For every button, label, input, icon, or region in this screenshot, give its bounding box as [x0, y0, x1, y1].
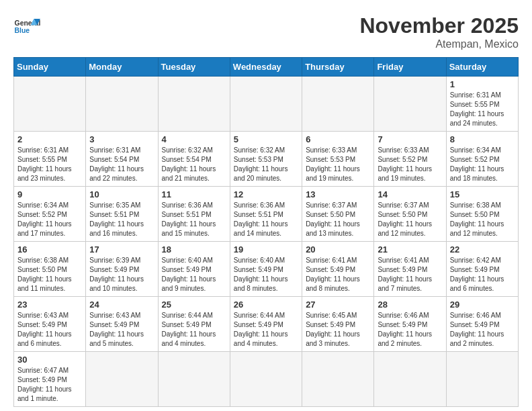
calendar-cell: [374, 352, 446, 407]
calendar-week-3: 9Sunrise: 6:34 AMSunset: 5:52 PMDaylight…: [14, 187, 519, 242]
svg-text:Blue: Blue: [15, 27, 30, 34]
day-number: 25: [162, 300, 226, 310]
day-info: Sunrise: 6:32 AMSunset: 5:53 PMDaylight:…: [234, 146, 298, 183]
day-info: Sunrise: 6:36 AMSunset: 5:51 PMDaylight:…: [162, 201, 226, 238]
calendar-cell: [302, 352, 374, 407]
day-number: 15: [450, 189, 515, 199]
calendar-cell: 19Sunrise: 6:40 AMSunset: 5:49 PMDayligh…: [230, 242, 302, 297]
calendar-cell: 2Sunrise: 6:31 AMSunset: 5:55 PMDaylight…: [14, 132, 86, 187]
day-number: 20: [306, 244, 370, 255]
calendar-week-1: 1Sunrise: 6:31 AMSunset: 5:55 PMDaylight…: [14, 77, 519, 132]
day-number: 27: [306, 300, 370, 310]
calendar-cell: [230, 352, 302, 407]
day-info: Sunrise: 6:35 AMSunset: 5:51 PMDaylight:…: [89, 201, 154, 238]
calendar-body: 1Sunrise: 6:31 AMSunset: 5:55 PMDaylight…: [14, 77, 519, 407]
calendar-cell: 21Sunrise: 6:41 AMSunset: 5:49 PMDayligh…: [374, 242, 446, 297]
day-number: 21: [378, 244, 442, 255]
day-number: 19: [234, 244, 298, 255]
calendar-cell: [230, 77, 302, 132]
calendar-cell: 11Sunrise: 6:36 AMSunset: 5:51 PMDayligh…: [158, 187, 230, 242]
calendar-cell: [86, 352, 158, 407]
weekday-header-thursday: Thursday: [302, 58, 374, 77]
day-info: Sunrise: 6:37 AMSunset: 5:50 PMDaylight:…: [378, 201, 442, 238]
day-info: Sunrise: 6:38 AMSunset: 5:50 PMDaylight:…: [450, 201, 515, 238]
calendar-cell: 24Sunrise: 6:43 AMSunset: 5:49 PMDayligh…: [86, 297, 158, 352]
day-number: 28: [378, 300, 442, 310]
day-number: 17: [89, 244, 154, 255]
calendar-cell: 28Sunrise: 6:46 AMSunset: 5:49 PMDayligh…: [374, 297, 446, 352]
calendar-cell: 4Sunrise: 6:32 AMSunset: 5:54 PMDaylight…: [158, 132, 230, 187]
day-number: 4: [162, 134, 226, 144]
calendar-cell: 9Sunrise: 6:34 AMSunset: 5:52 PMDaylight…: [14, 187, 86, 242]
day-number: 12: [234, 189, 298, 199]
day-info: Sunrise: 6:31 AMSunset: 5:54 PMDaylight:…: [89, 146, 154, 183]
day-info: Sunrise: 6:37 AMSunset: 5:50 PMDaylight:…: [306, 201, 370, 238]
logo-icon: General Blue: [13, 13, 40, 40]
calendar-cell: 27Sunrise: 6:45 AMSunset: 5:49 PMDayligh…: [302, 297, 374, 352]
day-number: 8: [450, 134, 515, 144]
calendar-cell: 23Sunrise: 6:43 AMSunset: 5:49 PMDayligh…: [14, 297, 86, 352]
calendar-cell: 30Sunrise: 6:47 AMSunset: 5:49 PMDayligh…: [14, 352, 86, 407]
day-number: 10: [89, 189, 154, 199]
day-number: 6: [306, 134, 370, 144]
day-number: 11: [162, 189, 226, 199]
day-info: Sunrise: 6:33 AMSunset: 5:52 PMDaylight:…: [378, 146, 442, 183]
location: Atempan, Mexico: [359, 38, 519, 50]
day-info: Sunrise: 6:38 AMSunset: 5:50 PMDaylight:…: [17, 256, 82, 293]
day-info: Sunrise: 6:36 AMSunset: 5:51 PMDaylight:…: [234, 201, 298, 238]
day-number: 1: [450, 79, 515, 89]
day-info: Sunrise: 6:43 AMSunset: 5:49 PMDaylight:…: [17, 311, 82, 349]
day-number: 23: [17, 300, 82, 310]
day-info: Sunrise: 6:45 AMSunset: 5:49 PMDaylight:…: [306, 311, 370, 349]
day-number: 30: [17, 355, 82, 365]
calendar-cell: 6Sunrise: 6:33 AMSunset: 5:53 PMDaylight…: [302, 132, 374, 187]
calendar-cell: 15Sunrise: 6:38 AMSunset: 5:50 PMDayligh…: [446, 187, 518, 242]
calendar-cell: 7Sunrise: 6:33 AMSunset: 5:52 PMDaylight…: [374, 132, 446, 187]
day-info: Sunrise: 6:39 AMSunset: 5:49 PMDaylight:…: [89, 256, 154, 293]
day-number: 2: [17, 134, 82, 144]
calendar-cell: [14, 77, 86, 132]
day-number: 26: [234, 300, 298, 310]
day-info: Sunrise: 6:43 AMSunset: 5:49 PMDaylight:…: [89, 311, 154, 349]
day-info: Sunrise: 6:41 AMSunset: 5:49 PMDaylight:…: [306, 256, 370, 293]
calendar-cell: 3Sunrise: 6:31 AMSunset: 5:54 PMDaylight…: [86, 132, 158, 187]
calendar-cell: 1Sunrise: 6:31 AMSunset: 5:55 PMDaylight…: [446, 77, 518, 132]
calendar-cell: [446, 352, 518, 407]
calendar-cell: [158, 77, 230, 132]
calendar-cell: [158, 352, 230, 407]
day-info: Sunrise: 6:44 AMSunset: 5:49 PMDaylight:…: [234, 311, 298, 349]
day-info: Sunrise: 6:40 AMSunset: 5:49 PMDaylight:…: [162, 256, 226, 293]
day-number: 13: [306, 189, 370, 199]
calendar-cell: 22Sunrise: 6:42 AMSunset: 5:49 PMDayligh…: [446, 242, 518, 297]
title-block: November 2025 Atempan, Mexico: [359, 13, 519, 50]
calendar-cell: 14Sunrise: 6:37 AMSunset: 5:50 PMDayligh…: [374, 187, 446, 242]
day-number: 3: [89, 134, 154, 144]
calendar-cell: 16Sunrise: 6:38 AMSunset: 5:50 PMDayligh…: [14, 242, 86, 297]
calendar-cell: 20Sunrise: 6:41 AMSunset: 5:49 PMDayligh…: [302, 242, 374, 297]
calendar-week-4: 16Sunrise: 6:38 AMSunset: 5:50 PMDayligh…: [14, 242, 519, 297]
calendar-week-2: 2Sunrise: 6:31 AMSunset: 5:55 PMDaylight…: [14, 132, 519, 187]
day-number: 29: [450, 300, 515, 310]
calendar-cell: [302, 77, 374, 132]
calendar-cell: 5Sunrise: 6:32 AMSunset: 5:53 PMDaylight…: [230, 132, 302, 187]
day-info: Sunrise: 6:44 AMSunset: 5:49 PMDaylight:…: [162, 311, 226, 349]
day-number: 18: [162, 244, 226, 255]
calendar-week-5: 23Sunrise: 6:43 AMSunset: 5:49 PMDayligh…: [14, 297, 519, 352]
day-info: Sunrise: 6:41 AMSunset: 5:49 PMDaylight:…: [378, 256, 442, 293]
day-number: 22: [450, 244, 515, 255]
weekday-header-row: SundayMondayTuesdayWednesdayThursdayFrid…: [14, 58, 519, 77]
logo: General Blue: [13, 13, 40, 40]
day-info: Sunrise: 6:31 AMSunset: 5:55 PMDaylight:…: [17, 146, 82, 183]
day-info: Sunrise: 6:33 AMSunset: 5:53 PMDaylight:…: [306, 146, 370, 183]
day-info: Sunrise: 6:46 AMSunset: 5:49 PMDaylight:…: [450, 311, 515, 349]
calendar-cell: 12Sunrise: 6:36 AMSunset: 5:51 PMDayligh…: [230, 187, 302, 242]
day-number: 7: [378, 134, 442, 144]
day-info: Sunrise: 6:46 AMSunset: 5:49 PMDaylight:…: [378, 311, 442, 349]
calendar-cell: 25Sunrise: 6:44 AMSunset: 5:49 PMDayligh…: [158, 297, 230, 352]
weekday-header-monday: Monday: [86, 58, 158, 77]
day-info: Sunrise: 6:32 AMSunset: 5:54 PMDaylight:…: [162, 146, 226, 183]
weekday-header-friday: Friday: [374, 58, 446, 77]
calendar-cell: 13Sunrise: 6:37 AMSunset: 5:50 PMDayligh…: [302, 187, 374, 242]
day-number: 24: [89, 300, 154, 310]
day-info: Sunrise: 6:34 AMSunset: 5:52 PMDaylight:…: [450, 146, 515, 183]
